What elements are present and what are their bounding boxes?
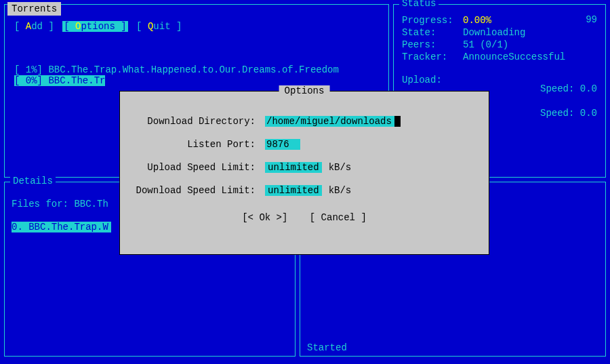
- progress-value: 0.00%: [463, 15, 491, 26]
- tracker-value: AnnounceSuccessful: [463, 52, 565, 62]
- started-label: Started: [307, 342, 347, 353]
- status-content: Progress:0.00% 99 State:Downloading Peer…: [402, 14, 605, 86]
- dialog-title: Options: [279, 85, 330, 96]
- torrent-row[interactable]: [ 1%] BBC.The.Trap.What.Happened.to.Our.…: [14, 64, 388, 75]
- cancel-button[interactable]: [ Cancel ]: [310, 212, 367, 223]
- upload-limit-label: Upload Speed Limit:: [120, 162, 265, 173]
- listen-port-label: Listen Port:: [120, 139, 265, 150]
- progress-label: Progress:: [402, 14, 463, 26]
- torrent-row[interactable]: [ 0%] BBC.The.Tr: [14, 75, 388, 86]
- download-limit-label: Download Speed Limit:: [120, 185, 265, 196]
- download-unit: kB/s: [329, 185, 352, 196]
- upload-unit: kB/s: [329, 162, 352, 173]
- menu-bar: [ Add ] [ Options ] [ Quit ]: [14, 21, 388, 32]
- peers-label: Peers:: [402, 39, 463, 51]
- upload-label: Upload:: [402, 74, 463, 86]
- tracker-label: Tracker:: [402, 51, 463, 63]
- menu-options-button[interactable]: [ Options ]: [62, 21, 127, 32]
- options-dialog: Options Download Directory: /home/miguel…: [119, 91, 489, 255]
- upload-limit-input[interactable]: unlimited: [265, 162, 322, 173]
- download-dir-input[interactable]: /home/miguel/downloads: [265, 116, 401, 127]
- status-title: Status: [399, 0, 439, 9]
- cursor-icon: [394, 116, 401, 127]
- menu-quit-button[interactable]: [ Quit ]: [136, 21, 182, 32]
- peers-value: 51 (0/1): [463, 39, 508, 50]
- torrents-title: Torrents: [7, 2, 61, 16]
- download-dir-label: Download Directory:: [120, 116, 265, 127]
- ok-button[interactable]: [< Ok >]: [242, 212, 287, 223]
- torrent-list: [ 1%] BBC.The.Trap.What.Happened.to.Our.…: [14, 64, 388, 86]
- speed-1: Speed: 0.0: [540, 83, 597, 94]
- download-limit-input[interactable]: unlimited: [265, 185, 322, 196]
- status-number: 99: [586, 14, 597, 25]
- state-label: State:: [402, 26, 463, 39]
- listen-port-input[interactable]: 9876: [265, 139, 300, 150]
- state-value: Downloading: [463, 27, 525, 38]
- menu-add-button[interactable]: [ Add ]: [14, 21, 54, 32]
- speed-2: Speed: 0.0: [540, 108, 597, 119]
- details-title: Details: [10, 176, 56, 186]
